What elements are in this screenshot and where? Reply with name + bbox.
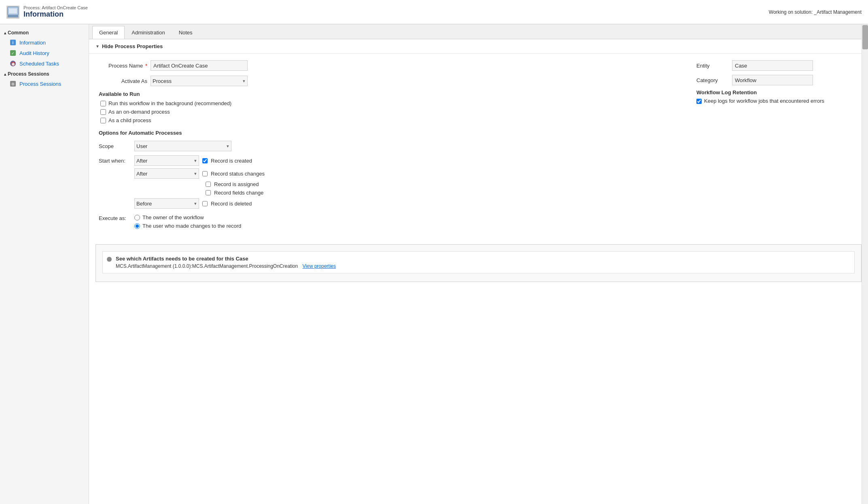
entity-row: Entity (696, 60, 858, 71)
audit-icon: ✓ (10, 50, 16, 56)
checkbox-row-background: Run this workflow in the background (rec… (99, 100, 680, 106)
scope-select-wrapper: User (134, 141, 231, 151)
start-when-select-1[interactable]: After Before (134, 155, 199, 166)
radio-user-changes[interactable] (134, 223, 140, 229)
checkbox-record-created[interactable] (202, 158, 208, 163)
category-label: Category (696, 77, 729, 83)
sidebar-common-section[interactable]: ▴ Common (0, 28, 89, 37)
info-icon: i (10, 39, 16, 46)
scope-select[interactable]: User (134, 141, 231, 151)
category-row: Category (696, 75, 858, 85)
scrollbar-track[interactable] (862, 24, 868, 504)
radio-row-user-changes: The user who made changes to the record (134, 223, 241, 229)
sidebar-item-audit-history[interactable]: ✓ Audit History (0, 48, 89, 58)
step-detail-text: MCS.ArtifactManagement (1.0.0.0):MCS.Art… (116, 263, 298, 269)
sidebar-item-scheduled-tasks[interactable]: ⏰ Scheduled Tasks (0, 58, 89, 69)
sidebar-label-process-sessions: Process Sessions (19, 81, 61, 87)
page-icon (6, 6, 19, 19)
radio-user-changes-label: The user who made changes to the record (142, 223, 241, 229)
two-column-layout: Process Name * Activate As Process (99, 60, 858, 231)
step-detail: MCS.ArtifactManagement (1.0.0.0):MCS.Art… (116, 263, 336, 269)
start-when-select-2-wrapper: After Before (134, 168, 199, 179)
section-toggle-hide-properties[interactable]: ▼ Hide Process Properties (89, 39, 868, 54)
options-section: Options for Automatic Processes Scope Us… (99, 130, 680, 231)
activate-as-label: Activate As (99, 78, 147, 84)
sidebar-item-information[interactable]: i Information (0, 37, 89, 48)
sidebar-label-scheduled-tasks: Scheduled Tasks (19, 61, 59, 67)
header-title: Information (23, 10, 88, 19)
checkbox-child-label: As a child process (108, 117, 151, 123)
execute-as-label: Execute as: (99, 214, 131, 221)
tab-notes[interactable]: Notes (172, 26, 199, 39)
form-area: Process Name * Activate As Process (89, 54, 868, 238)
before-select[interactable]: Before After (134, 198, 199, 209)
radio-owner-label: The owner of the workflow (142, 214, 204, 220)
label-record-created: Record is created (211, 158, 252, 164)
sidebar-section-process-label: Process Sessions (8, 71, 49, 77)
entity-input (732, 60, 813, 71)
radio-owner[interactable] (134, 215, 140, 220)
sidebar-item-process-sessions[interactable]: ⚙ Process Sessions (0, 78, 89, 89)
label-record-status: Record status changes (211, 171, 265, 177)
checkbox-child[interactable] (100, 118, 106, 123)
workflow-step-item: See which Artifacts needs to be created … (102, 251, 855, 273)
start-when-select-2[interactable]: After Before (134, 168, 199, 179)
step-content: See which Artifacts needs to be created … (116, 256, 336, 269)
activate-as-select[interactable]: Process (151, 76, 248, 86)
step-dot-icon (107, 257, 112, 262)
start-when-row-2: After Before Record status changes (99, 168, 680, 179)
label-record-assigned: Record is assigned (214, 181, 259, 187)
radio-row-owner: The owner of the workflow (134, 214, 241, 220)
checkbox-record-status[interactable] (202, 171, 208, 176)
sidebar-process-sessions-section[interactable]: ▴ Process Sessions (0, 69, 89, 78)
svg-text:i: i (13, 40, 14, 45)
checkbox-background[interactable] (100, 101, 106, 106)
tabs-bar: General Administration Notes (89, 24, 868, 39)
activate-as-select-wrapper: Process (151, 76, 248, 86)
tab-general[interactable]: General (92, 26, 125, 39)
sidebar-section-common-label: Common (8, 30, 29, 36)
checkbox-row-on-demand: As an on-demand process (99, 109, 680, 115)
start-when-row-4: Record fields change (99, 190, 680, 196)
header-left: Process: Artifact OnCreate Case Informat… (6, 5, 88, 19)
page-header: Process: Artifact OnCreate Case Informat… (0, 0, 868, 24)
checkbox-row-child: As a child process (99, 117, 680, 123)
workflow-steps-area: See which Artifacts needs to be created … (96, 244, 862, 282)
checkbox-record-assigned[interactable] (206, 182, 211, 187)
sidebar-label-audit-history: Audit History (19, 50, 49, 56)
entity-label: Entity (696, 63, 729, 69)
form-left-column: Process Name * Activate As Process (99, 60, 680, 231)
execute-as-options: The owner of the workflow The user who m… (134, 214, 241, 231)
start-when-label: Start when: (99, 158, 131, 164)
tab-administration[interactable]: Administration (125, 26, 172, 39)
checkbox-record-deleted[interactable] (202, 201, 208, 206)
available-to-run-title: Available to Run (99, 91, 680, 97)
start-when-row-3: Record is assigned (99, 181, 680, 187)
workflow-log-checkbox[interactable] (696, 99, 702, 104)
process-name-input[interactable] (151, 60, 248, 71)
svg-rect-1 (9, 8, 17, 13)
sidebar-label-information: Information (19, 40, 46, 46)
view-properties-link[interactable]: View properties (303, 263, 336, 269)
scope-row: Scope User (99, 141, 680, 151)
process-name-label: Process Name * (99, 63, 147, 69)
checkbox-on-demand[interactable] (100, 109, 106, 115)
execute-as-section: Execute as: The owner of the workflow Th… (99, 214, 680, 231)
scheduled-tasks-icon: ⏰ (10, 60, 16, 67)
main-layout: ▴ Common i Information ✓ Audit History ⏰… (0, 24, 868, 504)
section-toggle-label: Hide Process Properties (102, 43, 163, 49)
sidebar: ▴ Common i Information ✓ Audit History ⏰… (0, 24, 89, 504)
process-name-row: Process Name * (99, 60, 680, 71)
workflow-log-checkbox-row: Keep logs for workflow jobs that encount… (696, 98, 858, 104)
before-select-wrapper: Before After (134, 198, 199, 209)
label-record-fields: Record fields change (214, 190, 263, 196)
header-subtitle: Process: Artifact OnCreate Case (23, 5, 88, 10)
scrollbar-thumb[interactable] (862, 25, 868, 49)
svg-rect-2 (8, 15, 18, 17)
workflow-log-checkbox-label: Keep logs for workflow jobs that encount… (704, 98, 824, 104)
label-record-deleted: Record is deleted (211, 201, 252, 207)
checkbox-record-fields[interactable] (206, 190, 211, 195)
form-right-column: Entity Category Workflow Log Retention K… (696, 60, 858, 231)
scope-label: Scope (99, 143, 131, 149)
options-title: Options for Automatic Processes (99, 130, 680, 136)
